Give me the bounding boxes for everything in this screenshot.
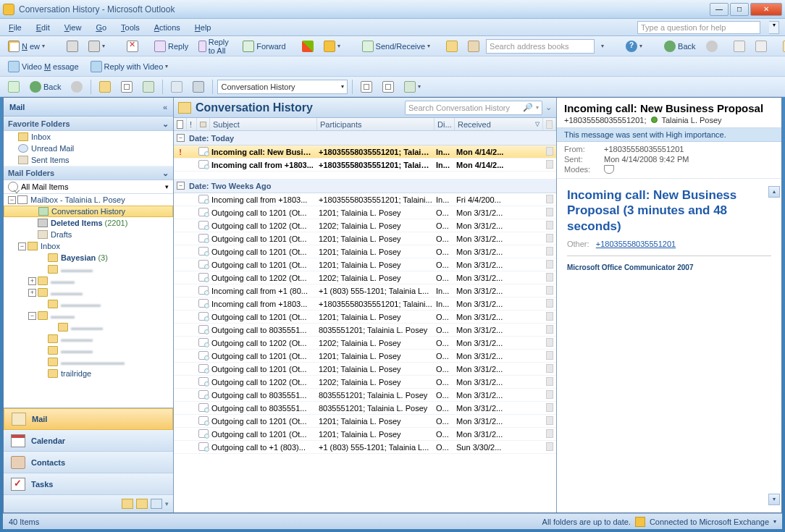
help-search-input[interactable]: Type a question for help bbox=[637, 21, 760, 34]
home-button[interactable] bbox=[779, 38, 785, 54]
forward-button[interactable]: Forward bbox=[239, 38, 289, 54]
folder-blur-4[interactable]: ▬▬▬▬▬ bbox=[4, 298, 173, 310]
folder-blur-5[interactable]: −▬▬▬ bbox=[4, 310, 173, 321]
new-button[interactable]: New▾ bbox=[4, 38, 54, 54]
reading-scrollbar-bottom[interactable]: ▾ bbox=[768, 494, 780, 505]
mail-folders-header[interactable]: Mail Folders ⌄ bbox=[4, 166, 173, 180]
tree-toggle[interactable]: + bbox=[28, 277, 36, 285]
addressbook-button[interactable] bbox=[464, 38, 483, 54]
nav-refresh-button[interactable] bbox=[752, 38, 771, 54]
tree-toggle[interactable]: − bbox=[18, 242, 26, 250]
category-flag[interactable] bbox=[546, 377, 553, 386]
category-flag[interactable] bbox=[546, 234, 553, 242]
message-row[interactable]: Outgoing call to 1202 (Ot...1202; Talain… bbox=[174, 376, 556, 389]
nav-contacts-button[interactable]: Contacts bbox=[4, 452, 173, 473]
message-row[interactable]: Outgoing call to 1201 (Ot...1201; Talain… bbox=[174, 206, 556, 219]
tree-toggle[interactable]: − bbox=[8, 196, 16, 204]
folder-blur-7[interactable]: ▬▬▬▬ bbox=[4, 333, 173, 345]
reply-video-button[interactable]: Reply with Video▾ bbox=[87, 59, 178, 75]
message-row[interactable]: Incoming call from +1803...+180355580355… bbox=[174, 193, 556, 206]
category-flag[interactable] bbox=[546, 416, 553, 425]
tree-toggle[interactable]: + bbox=[28, 289, 36, 297]
menu-tools[interactable]: Tools bbox=[118, 22, 143, 33]
message-row[interactable]: Outgoing call to 1202 (Ot...1202; Talain… bbox=[174, 337, 556, 350]
folder-inbox[interactable]: −Inbox bbox=[4, 240, 173, 252]
video-message-button[interactable]: Video Message bbox=[4, 59, 83, 75]
tree-toggle[interactable]: − bbox=[28, 312, 36, 320]
category-flag[interactable] bbox=[546, 403, 553, 412]
nav-collapse-button[interactable]: « bbox=[163, 103, 167, 111]
col-received[interactable]: Received▽ bbox=[455, 118, 543, 130]
menu-help[interactable]: Help bbox=[192, 22, 214, 33]
disk-button[interactable] bbox=[189, 79, 208, 95]
category-flag[interactable] bbox=[546, 273, 553, 282]
close-button[interactable]: ✕ bbox=[750, 3, 782, 16]
menu-edit[interactable]: Edit bbox=[33, 22, 53, 33]
folder-blur-1[interactable]: ▬▬▬▬ bbox=[4, 263, 173, 275]
delete-button[interactable] bbox=[123, 38, 142, 54]
print-dropdown[interactable]: ▾ bbox=[85, 38, 114, 54]
category-flag[interactable] bbox=[546, 390, 553, 399]
minimize-button[interactable]: — bbox=[710, 3, 729, 16]
category-flag[interactable] bbox=[546, 221, 553, 229]
folder-combo[interactable]: Conversation History▾ bbox=[217, 80, 348, 94]
undo-button[interactable] bbox=[167, 79, 186, 95]
favorite-folders-header[interactable]: Favorite Folders ⌄ bbox=[4, 117, 173, 131]
folder-deleted-items[interactable]: Deleted Items (2201) bbox=[4, 217, 173, 229]
message-row[interactable]: Outgoing call to 8035551...8035551201; T… bbox=[174, 324, 556, 337]
search-dropdown[interactable]: ▾ bbox=[536, 104, 539, 111]
category-flag[interactable] bbox=[546, 325, 553, 334]
nav-calendar-button[interactable]: Calendar bbox=[4, 430, 173, 452]
message-row[interactable]: Outgoing call to 1202 (Ot...1202; Talain… bbox=[174, 219, 556, 232]
reply-button[interactable]: Reply bbox=[151, 38, 192, 54]
find-button[interactable] bbox=[139, 79, 158, 95]
flag-button[interactable]: ▾ bbox=[320, 38, 350, 54]
status-connection[interactable]: Connected to Microsoft Exchange bbox=[650, 518, 769, 526]
menu-go[interactable]: Go bbox=[93, 22, 109, 33]
message-list[interactable]: −Date: Today!Incoming call: New Busine..… bbox=[174, 131, 556, 512]
open-folder-button[interactable] bbox=[96, 79, 114, 95]
message-row[interactable]: Outgoing call to 1201 (Ot...1201; Talain… bbox=[174, 363, 556, 376]
message-row[interactable]: Outgoing call to 1201 (Ot...1201; Talain… bbox=[174, 415, 556, 428]
connection-dropdown[interactable]: ▾ bbox=[773, 518, 776, 525]
folder-list-icon[interactable] bbox=[136, 499, 148, 509]
category-flag[interactable] bbox=[546, 351, 553, 360]
fav-inbox[interactable]: Inbox bbox=[4, 131, 173, 143]
message-row[interactable]: Outgoing call to +1 (803)...+1 (803) 555… bbox=[174, 441, 556, 454]
category-flag[interactable] bbox=[546, 364, 553, 373]
view-list-button[interactable] bbox=[379, 79, 398, 95]
search-icon[interactable]: 🔎 bbox=[523, 103, 533, 112]
folder-blur-2[interactable]: +▬▬▬ bbox=[4, 275, 173, 287]
mailfolders-collapse-button[interactable]: ⌄ bbox=[162, 169, 169, 178]
print-button[interactable] bbox=[63, 38, 82, 54]
menu-actions[interactable]: Actions bbox=[151, 22, 183, 33]
group-toggle[interactable]: − bbox=[177, 182, 185, 190]
folder-trailridge[interactable]: trailridge bbox=[4, 368, 173, 379]
scroll-up-button[interactable]: ▴ bbox=[768, 186, 780, 198]
send-receive-button[interactable]: Send/Receive▾ bbox=[358, 38, 440, 54]
category-flag[interactable] bbox=[546, 260, 553, 269]
nav-config-button[interactable]: ▾ bbox=[165, 500, 169, 507]
list-search-input[interactable]: Search Conversation History 🔎 ▾ bbox=[405, 101, 542, 115]
view-custom-button[interactable]: ▾ bbox=[400, 79, 430, 95]
maximize-button[interactable]: □ bbox=[730, 3, 749, 16]
message-row[interactable]: Outgoing call to 1201 (Ot...1201; Talain… bbox=[174, 350, 556, 363]
menu-file[interactable]: File bbox=[6, 22, 25, 33]
message-row[interactable]: Outgoing call to 1201 (Ot...1201; Talain… bbox=[174, 245, 556, 258]
folder-conversation-history[interactable]: Conversation History bbox=[4, 206, 173, 217]
message-row[interactable]: Incoming call from +1 (80...+1 (803) 555… bbox=[174, 284, 556, 297]
address-search-dropdown[interactable]: ▾ bbox=[597, 41, 613, 51]
category-flag[interactable] bbox=[546, 429, 553, 438]
col-icon[interactable] bbox=[197, 118, 210, 130]
category-flag[interactable] bbox=[546, 299, 553, 308]
message-row[interactable]: Incoming call from +1803...+180355580355… bbox=[174, 159, 556, 172]
back2-button[interactable]: Back bbox=[26, 79, 64, 95]
category-flag[interactable] bbox=[546, 208, 553, 216]
col-subject[interactable]: Subject bbox=[210, 118, 317, 130]
reply-all-button[interactable]: Reply to All bbox=[195, 35, 236, 57]
category-flag[interactable] bbox=[546, 195, 553, 203]
category-flag[interactable] bbox=[546, 147, 553, 156]
message-row[interactable]: Outgoing call to 8035551...8035551201; T… bbox=[174, 402, 556, 415]
nav-up-button[interactable] bbox=[4, 79, 23, 95]
nav-mail-button[interactable]: Mail bbox=[4, 408, 173, 430]
